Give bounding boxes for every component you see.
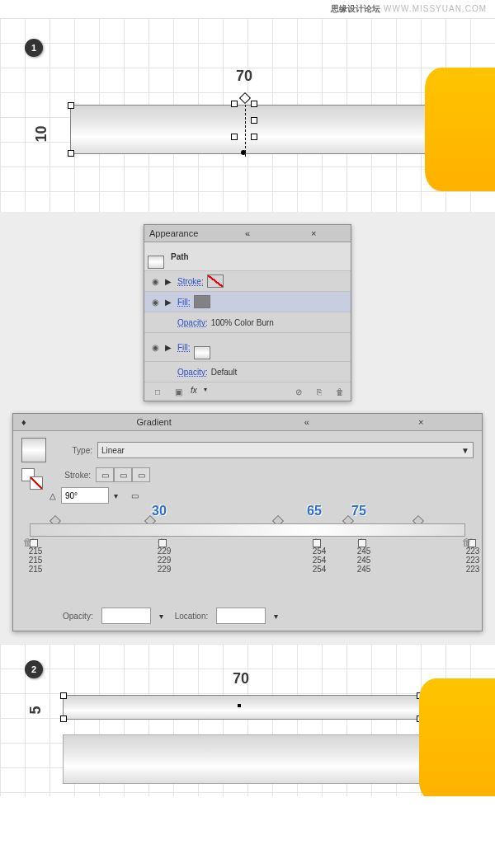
gradient-body: Type: Linear▼ Stroke: ▭ ▭ ▭ [13, 431, 482, 631]
stop-pos: 30 [152, 504, 167, 518]
close-icon[interactable]: × [365, 416, 478, 428]
dim-height-2: 5 [27, 706, 45, 714]
dim-height-1: 10 [33, 125, 50, 142]
fx-button[interactable]: fx [191, 386, 197, 397]
gradient-preview[interactable] [21, 438, 46, 462]
watermark-en: WWW.MISSYUAN.COM [384, 4, 487, 13]
type-label: Type: [51, 446, 92, 455]
new-art-icon[interactable]: □ [152, 386, 163, 397]
stop-pos: 75 [351, 504, 366, 518]
stroke-row[interactable]: ◉ ▶ Stroke: [144, 271, 351, 292]
canvas-step-1[interactable]: 1 70 10 [0, 18, 495, 212]
watermark: 思缘设计论坛 WWW.MISSYUAN.COM [0, 0, 495, 18]
step-badge-2: 2 [25, 660, 43, 678]
center-point[interactable] [238, 704, 241, 707]
layers-icon[interactable]: ▣ [172, 386, 184, 397]
rgb-values: 254254254 [299, 547, 340, 574]
tube-2-bottom[interactable] [63, 734, 421, 784]
handle[interactable] [60, 692, 67, 699]
canvas-step-2[interactable]: 2 70 5 [0, 644, 495, 796]
page: 思缘设计论坛 WWW.MISSYUAN.COM 1 70 10 R:128 G:… [0, 0, 495, 796]
fill-label[interactable]: Fill: [177, 343, 191, 352]
color-stop[interactable] [158, 534, 166, 544]
visibility-icon[interactable]: ◉ [148, 343, 163, 352]
appearance-wrapper: R:128 G:130 B:133 Appearance « × Path ◉ … [12, 224, 483, 401]
location-label: Location: [175, 612, 209, 621]
object-swatch [148, 256, 164, 269]
opacity-label: Opacity: [63, 612, 93, 621]
close-icon[interactable]: × [282, 228, 346, 239]
opacity-label[interactable]: Opacity: [177, 318, 208, 327]
clear-icon[interactable]: ⊘ [293, 386, 304, 397]
rgb-values: 223223223 [452, 547, 493, 574]
handle[interactable] [68, 102, 74, 109]
watermark-cn: 思缘设计论坛 [331, 4, 380, 13]
visibility-icon[interactable]: ◉ [148, 277, 163, 286]
appearance-panel[interactable]: Appearance « × Path ◉ ▶ Stroke: ◉ ▶ [144, 224, 351, 401]
duplicate-icon[interactable]: ⎘ [314, 386, 325, 397]
collapse-icon[interactable]: « [251, 416, 363, 428]
stroke-opt-3[interactable]: ▭ [132, 467, 150, 482]
yellow-cap-2 [419, 678, 495, 796]
gradient-panel[interactable]: ♦ Gradient « × Type: Linear▼ Stroke: [12, 413, 483, 631]
panel-title: Gradient [137, 417, 249, 427]
opacity-input[interactable] [101, 608, 151, 624]
object-name: Path [171, 252, 189, 261]
dim-width-2: 70 [233, 670, 249, 687]
stroke-align-group[interactable]: ▭ ▭ ▭ [96, 467, 150, 482]
handle[interactable] [60, 716, 67, 722]
panel-titlebar[interactable]: ♦ Gradient « × [13, 414, 482, 431]
rgb-values: 229229229 [144, 547, 185, 574]
stop-pos: 65 [307, 504, 322, 518]
tube-2-top[interactable] [63, 695, 421, 720]
stroke-opt-1[interactable]: ▭ [96, 467, 114, 482]
stroke-label[interactable]: Stroke: [177, 277, 204, 286]
appearance-footer: □ ▣ fx▾ ⊘ ⎘ 🗑 [144, 382, 351, 401]
stroke-swatch[interactable] [207, 274, 224, 288]
stroke-mini[interactable] [30, 476, 43, 490]
step-badge-1: 1 [25, 39, 43, 57]
rgb-values: 215215215 [15, 547, 56, 574]
path-segment[interactable] [234, 101, 256, 157]
stroke-opt-2[interactable]: ▭ [114, 467, 132, 482]
opacity-value-2: Default [211, 368, 238, 377]
stroke-label: Stroke: [50, 471, 91, 480]
angle-stepper[interactable]: ▾ [114, 491, 118, 500]
panels-area: R:128 G:130 B:133 Appearance « × Path ◉ … [0, 212, 495, 644]
fill-label[interactable]: Fill: [177, 298, 191, 307]
angle-input[interactable] [61, 487, 109, 504]
collapse-icon[interactable]: « [215, 228, 279, 239]
expand-icon[interactable]: ▶ [163, 277, 174, 286]
panel-titlebar[interactable]: Appearance « × [144, 225, 351, 242]
object-row[interactable]: Path [144, 242, 351, 271]
fill-row-1[interactable]: ◉ ▶ Fill: [144, 292, 351, 312]
color-stop[interactable] [312, 534, 320, 544]
visibility-icon[interactable]: ◉ [148, 298, 163, 307]
handle[interactable] [68, 150, 74, 157]
opacity-row-1[interactable]: Opacity: 100% Color Burn [144, 312, 351, 333]
gradient-slider[interactable]: 🗑 🗑 30 65 75 215215215 229229229 2542542… [21, 509, 474, 566]
color-stop[interactable] [357, 534, 365, 544]
panel-title: Appearance [149, 228, 213, 238]
fill-swatch[interactable] [194, 295, 210, 308]
stop-fields: Opacity: ▾ Location: ▾ [21, 608, 474, 624]
location-input[interactable] [216, 608, 266, 624]
type-select[interactable]: Linear▼ [97, 442, 474, 458]
angle-icon: △ [50, 491, 56, 500]
opacity-label[interactable]: Opacity: [177, 368, 208, 377]
fill-row-2[interactable]: ◉ ▶ Fill: [144, 333, 351, 362]
rgb-values: 245245245 [343, 547, 384, 574]
trash-icon[interactable]: 🗑 [334, 386, 346, 397]
opacity-row-2[interactable]: Opacity: Default [144, 362, 351, 382]
yellow-cap-1 [425, 68, 495, 191]
dim-width-1: 70 [236, 68, 252, 85]
fill-swatch[interactable] [194, 346, 210, 359]
expand-icon[interactable]: ▶ [163, 298, 174, 307]
gradient-track[interactable] [30, 523, 465, 537]
aspect-icon: ▭ [131, 491, 139, 500]
expand-icon[interactable]: ▶ [163, 343, 174, 352]
opacity-value-1: 100% Color Burn [211, 318, 274, 327]
